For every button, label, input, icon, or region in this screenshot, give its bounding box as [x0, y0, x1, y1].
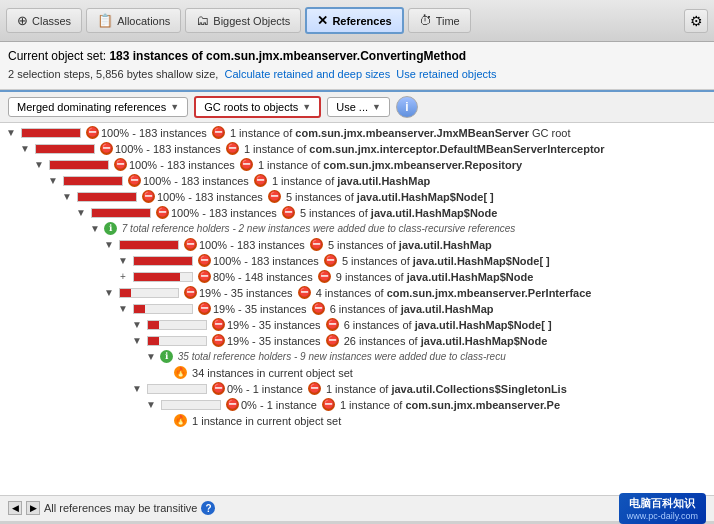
watermark: 电脑百科知识 www.pc-daily.com — [619, 493, 706, 524]
info-detail: 2 selection steps, 5,856 bytes shallow s… — [8, 68, 218, 80]
stop-icon: ⛔ — [100, 142, 113, 155]
expand-icon[interactable]: ▼ — [102, 239, 116, 250]
row-count: 5 instances of — [297, 207, 371, 219]
row-pct-text: 100% - 183 instances — [213, 255, 322, 267]
tree-row[interactable]: 🔥 34 instances in current object set — [0, 365, 714, 381]
expand-icon[interactable]: ▼ — [74, 207, 88, 218]
progress-bar — [147, 320, 207, 330]
class-link[interactable]: java.util.HashMap — [337, 175, 430, 187]
tree-row[interactable]: ▼⛔100% - 183 instances ⛔ 1 instance of c… — [0, 125, 714, 141]
gear-button[interactable]: ⚙ — [684, 9, 708, 33]
class-link[interactable]: com.sun.jmx.mbeanserver.Repository — [323, 159, 522, 171]
tab-references-label: References — [332, 15, 391, 27]
row-pct-text: 100% - 183 instances — [101, 127, 210, 139]
gc-roots-dropdown[interactable]: GC roots to objects ▼ — [194, 96, 321, 118]
class-link[interactable]: java.util.Collections$SingletonLis — [391, 383, 566, 395]
class-link[interactable]: java.util.HashMap$Node[ ] — [413, 255, 550, 267]
expand-icon[interactable]: ▼ — [130, 383, 144, 394]
tree-row[interactable]: ▼ℹ 35 total reference holders - 9 new in… — [0, 349, 714, 365]
stop-icon: ⛔ — [226, 398, 239, 411]
tree-row[interactable]: ▼⛔100% - 183 instances ⛔ 5 instances of … — [0, 205, 714, 221]
tree-row[interactable]: +⛔80% - 148 instances ⛔ 9 instances of j… — [0, 269, 714, 285]
expand-icon[interactable]: ▼ — [144, 399, 158, 410]
chevron-down-icon-3: ▼ — [372, 102, 381, 112]
expand-icon[interactable]: + — [116, 271, 130, 282]
tree-row[interactable]: ▼⛔0% - 1 instance ⛔ 1 instance of java.u… — [0, 381, 714, 397]
tree-view[interactable]: ▼⛔100% - 183 instances ⛔ 1 instance of c… — [0, 123, 714, 495]
class-link[interactable]: com.sun.jmx.mbeanserver.PerInterface — [387, 287, 592, 299]
expand-icon[interactable]: ▼ — [4, 127, 18, 138]
gc-roots-label: GC roots to objects — [204, 101, 298, 113]
tree-row[interactable]: ▼⛔19% - 35 instances ⛔ 4 instances of co… — [0, 285, 714, 301]
tree-row[interactable]: ▼⛔100% - 183 instances ⛔ 1 instance of j… — [0, 173, 714, 189]
chevron-right-icon: ▶ — [30, 503, 37, 513]
tree-row[interactable]: ▼ℹ 7 total reference holders - 2 new ins… — [0, 221, 714, 237]
stop-icon: ⛔ — [198, 254, 211, 267]
class-link[interactable]: java.util.HashMap$Node — [407, 271, 534, 283]
tree-row[interactable]: ▼⛔19% - 35 instances ⛔ 6 instances of ja… — [0, 317, 714, 333]
use-retained-link[interactable]: Use retained objects — [396, 68, 496, 80]
class-link[interactable]: com.sun.jmx.interceptor.DefaultMBeanServ… — [309, 143, 604, 155]
calc-retained-link[interactable]: Calculate retained and deep sizes — [224, 68, 390, 80]
expand-icon[interactable]: ▼ — [116, 255, 130, 266]
biggest-objects-icon: 🗂 — [196, 13, 209, 28]
class-link[interactable]: java.util.HashMap — [399, 239, 492, 251]
class-link[interactable]: java.util.HashMap — [401, 303, 494, 315]
expand-icon[interactable]: ▼ — [116, 303, 130, 314]
row-count: 1 instance of — [337, 399, 406, 411]
class-link[interactable]: java.util.HashMap$Node — [421, 335, 548, 347]
use-dropdown[interactable]: Use ... ▼ — [327, 97, 390, 117]
stop-icon: ⛔ — [184, 286, 197, 299]
tree-row[interactable]: ▼⛔100% - 183 instances ⛔ 5 instances of … — [0, 189, 714, 205]
help-button[interactable]: ? — [201, 501, 215, 515]
progress-bar — [147, 384, 207, 394]
stop-icon: ⛔ — [198, 270, 211, 283]
row-count: 1 instance of — [323, 383, 392, 395]
class-link[interactable]: java.util.HashMap$Node — [371, 207, 498, 219]
scroll-right-button[interactable]: ▶ — [26, 501, 40, 515]
expand-icon[interactable]: ▼ — [60, 191, 74, 202]
tab-allocations[interactable]: 📋 Allocations — [86, 8, 181, 33]
scroll-left-button[interactable]: ◀ — [8, 501, 22, 515]
stop-icon-2: ⛔ — [212, 126, 225, 139]
class-link[interactable]: com.sun.jmx.mbeanserver.JmxMBeanServer — [295, 127, 529, 139]
row-count: 5 instances of — [339, 255, 413, 267]
stop-icon-2: ⛔ — [268, 190, 281, 203]
tab-time[interactable]: ⏱ Time — [408, 8, 471, 33]
expand-icon[interactable]: ▼ — [18, 143, 32, 154]
expand-icon[interactable]: ▼ — [32, 159, 46, 170]
class-link[interactable]: com.sun.jmx.mbeanserver.Pe — [405, 399, 560, 411]
progress-bar — [21, 128, 81, 138]
progress-bar — [133, 304, 193, 314]
tab-classes[interactable]: ⊕ Classes — [6, 8, 82, 33]
expand-icon[interactable]: ▼ — [46, 175, 60, 186]
progress-bar — [63, 176, 123, 186]
info-button[interactable]: i — [396, 96, 418, 118]
expand-icon[interactable]: ▼ — [144, 351, 158, 362]
expand-icon[interactable]: ▼ — [102, 287, 116, 298]
info-summary: 183 instances of com.sun.jmx.mbeanserver… — [109, 49, 466, 63]
object-set-detail: 2 selection steps, 5,856 bytes shallow s… — [8, 66, 706, 84]
progress-bar — [161, 400, 221, 410]
stop-icon: ⛔ — [212, 382, 225, 395]
merged-dominating-label: Merged dominating references — [17, 101, 166, 113]
tree-row[interactable]: ▼⛔100% - 183 instances ⛔ 1 instance of c… — [0, 157, 714, 173]
merged-dominating-dropdown[interactable]: Merged dominating references ▼ — [8, 97, 188, 117]
tree-row[interactable]: ▼⛔100% - 183 instances ⛔ 1 instance of c… — [0, 141, 714, 157]
tree-row[interactable]: ▼⛔100% - 183 instances ⛔ 5 instances of … — [0, 237, 714, 253]
tree-row[interactable]: ▼⛔19% - 35 instances ⛔ 26 instances of j… — [0, 333, 714, 349]
row-count: 1 instance of — [269, 175, 338, 187]
tree-row[interactable]: ▼⛔100% - 183 instances ⛔ 5 instances of … — [0, 253, 714, 269]
tab-references[interactable]: ✕ References — [305, 7, 403, 34]
expand-icon[interactable]: ▼ — [130, 319, 144, 330]
tree-row[interactable]: 🔥 1 instance in current object set — [0, 413, 714, 429]
class-link[interactable]: java.util.HashMap$Node[ ] — [357, 191, 494, 203]
expand-icon[interactable]: ▼ — [88, 223, 102, 234]
stop-icon-2: ⛔ — [308, 382, 321, 395]
class-link[interactable]: java.util.HashMap$Node[ ] — [415, 319, 552, 331]
expand-icon[interactable]: ▼ — [130, 335, 144, 346]
tree-row[interactable]: ▼⛔19% - 35 instances ⛔ 6 instances of ja… — [0, 301, 714, 317]
time-icon: ⏱ — [419, 13, 432, 28]
tab-biggest-objects[interactable]: 🗂 Biggest Objects — [185, 8, 301, 33]
tree-row[interactable]: ▼⛔0% - 1 instance ⛔ 1 instance of com.su… — [0, 397, 714, 413]
